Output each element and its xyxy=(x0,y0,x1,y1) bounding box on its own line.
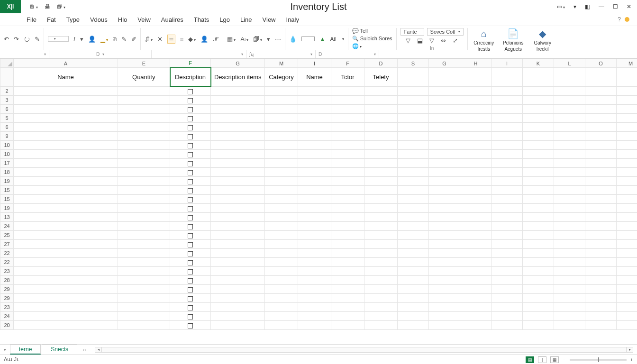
cell[interactable] xyxy=(364,87,398,96)
cell[interactable] xyxy=(118,141,170,150)
cell[interactable] xyxy=(617,231,637,240)
cell[interactable] xyxy=(491,186,523,195)
scroll-right-icon[interactable]: ▸ xyxy=(626,347,633,352)
cell[interactable] xyxy=(265,294,298,303)
cell[interactable] xyxy=(398,204,429,213)
cell[interactable] xyxy=(617,186,637,195)
cell[interactable] xyxy=(460,186,491,195)
cell[interactable] xyxy=(265,123,298,132)
cell[interactable] xyxy=(554,68,585,87)
cell[interactable] xyxy=(554,222,585,231)
cell[interactable] xyxy=(617,249,637,258)
cell[interactable] xyxy=(118,114,170,123)
cell[interactable] xyxy=(523,195,554,204)
checkbox[interactable] xyxy=(188,152,193,157)
cell[interactable] xyxy=(118,159,170,168)
more-icon[interactable]: ⋯ xyxy=(275,36,281,42)
cell[interactable] xyxy=(265,168,298,177)
cell[interactable] xyxy=(398,177,429,186)
app-icon[interactable]: X|l xyxy=(0,0,21,13)
cell[interactable] xyxy=(460,267,491,276)
cell[interactable] xyxy=(617,132,637,141)
cell[interactable] xyxy=(331,141,364,150)
person-icon[interactable]: 👤 xyxy=(88,36,96,42)
cell[interactable] xyxy=(170,114,211,123)
row-header[interactable]: 17 xyxy=(0,159,14,168)
row-header[interactable]: 15 xyxy=(0,195,14,204)
cell[interactable] xyxy=(298,321,331,330)
sheet-tab[interactable]: terne xyxy=(10,345,41,355)
cell[interactable] xyxy=(211,96,265,105)
cell[interactable] xyxy=(118,105,170,114)
cell[interactable] xyxy=(585,213,617,222)
cell[interactable] xyxy=(523,114,554,123)
center-icon[interactable]: ⇔ xyxy=(441,37,446,44)
cell[interactable] xyxy=(585,267,617,276)
cell[interactable] xyxy=(523,132,554,141)
cell[interactable] xyxy=(460,141,491,150)
cell[interactable] xyxy=(398,312,429,321)
checkbox[interactable] xyxy=(188,188,193,193)
ribbon-display-icon[interactable]: ▭▾ xyxy=(557,3,565,10)
cell[interactable] xyxy=(523,168,554,177)
cell[interactable]: Quantity xyxy=(118,68,170,87)
cell[interactable] xyxy=(491,312,523,321)
cell[interactable] xyxy=(617,105,637,114)
cell[interactable] xyxy=(211,177,265,186)
cell[interactable] xyxy=(211,294,265,303)
column-header[interactable]: F xyxy=(331,59,364,68)
cell[interactable] xyxy=(118,267,170,276)
cell[interactable] xyxy=(170,321,211,330)
account-dot-icon[interactable] xyxy=(625,17,629,22)
cell[interactable] xyxy=(491,141,523,150)
cell[interactable] xyxy=(265,285,298,294)
copy-icon[interactable]: 🗐▾ xyxy=(253,36,262,42)
cell[interactable] xyxy=(265,312,298,321)
cell[interactable] xyxy=(617,204,637,213)
clear-format-icon[interactable]: ⎚ xyxy=(113,36,117,42)
cell[interactable] xyxy=(14,195,118,204)
refresh-icon[interactable]: ⭮ xyxy=(24,36,30,42)
cell[interactable] xyxy=(298,276,331,285)
add-sheet-button[interactable]: ○ xyxy=(78,346,91,353)
help-icon[interactable]: ? xyxy=(618,16,621,23)
cell[interactable] xyxy=(14,231,118,240)
cell[interactable] xyxy=(364,150,398,159)
cell[interactable] xyxy=(14,267,118,276)
cell[interactable] xyxy=(398,195,429,204)
pen-icon[interactable]: ✎ xyxy=(121,36,127,42)
cell[interactable] xyxy=(211,240,265,249)
checkbox[interactable] xyxy=(188,278,193,283)
cell[interactable] xyxy=(298,195,331,204)
share-icon[interactable]: 🌐▾ xyxy=(352,43,392,49)
row-header[interactable]: 13 xyxy=(0,213,14,222)
cell[interactable] xyxy=(491,132,523,141)
cell[interactable] xyxy=(14,204,118,213)
cell[interactable] xyxy=(554,150,585,159)
cell[interactable] xyxy=(118,177,170,186)
cell[interactable] xyxy=(364,294,398,303)
cell[interactable] xyxy=(523,96,554,105)
cell[interactable] xyxy=(331,222,364,231)
sort-desc-icon[interactable]: ▽ xyxy=(429,37,434,44)
row-header[interactable]: 6 xyxy=(0,123,14,132)
cell[interactable] xyxy=(211,303,265,312)
cell[interactable] xyxy=(331,258,364,267)
cell[interactable] xyxy=(211,312,265,321)
cell[interactable] xyxy=(460,177,491,186)
cell[interactable] xyxy=(398,240,429,249)
cell[interactable] xyxy=(398,303,429,312)
chevron-down-icon[interactable]: ▾ xyxy=(342,37,344,41)
cell[interactable] xyxy=(554,177,585,186)
row-header[interactable]: 9 xyxy=(0,132,14,141)
cell[interactable] xyxy=(331,150,364,159)
cell[interactable] xyxy=(554,87,585,96)
cell[interactable] xyxy=(364,213,398,222)
qat-print-icon[interactable]: 🖶 xyxy=(45,3,50,10)
cell[interactable] xyxy=(211,87,265,96)
row-header[interactable]: 3 xyxy=(0,96,14,105)
cell[interactable] xyxy=(523,258,554,267)
cell[interactable] xyxy=(298,132,331,141)
cell[interactable] xyxy=(460,96,491,105)
cell[interactable] xyxy=(118,258,170,267)
